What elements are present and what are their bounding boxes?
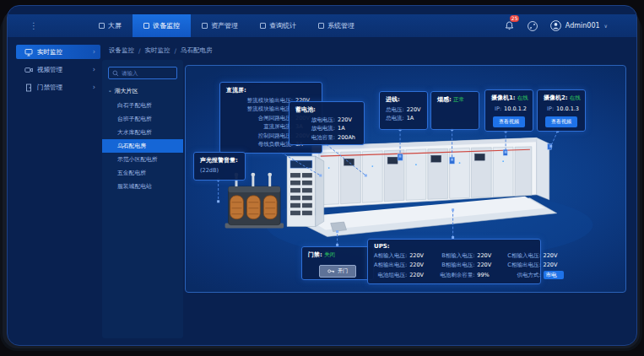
metric-label: 电池剩余容量: xyxy=(440,271,474,279)
metric-value: 220V xyxy=(409,261,430,269)
ups-callout: UPS: A相输入电压:220V B相输入电压:220V C相输入电压:220V… xyxy=(367,239,541,284)
camera1-callout: 摄像机1: 在线 IP:10.0.1.2 查看视频 xyxy=(484,89,533,132)
metric-label: C相输出电压: xyxy=(507,261,540,269)
drag-handle-icon[interactable]: ⋮ xyxy=(30,22,37,30)
callout-title: 直流屏: xyxy=(226,86,316,94)
asset-icon xyxy=(202,23,208,29)
metric-label: 合闸回路电压: xyxy=(226,114,293,122)
view-video-button[interactable]: 查看视频 xyxy=(493,116,525,127)
view-video-button[interactable]: 查看视频 xyxy=(545,116,577,127)
username: Admin001 xyxy=(566,22,600,30)
callout-title: 声光报警音量: xyxy=(200,156,239,165)
callout-title: 蓄电池: xyxy=(295,105,358,114)
status-value: 正常 xyxy=(453,95,474,106)
camera2-callout: 摄像机2: 在线 IP:10.0.1.3 查看视频 xyxy=(537,89,586,132)
monitor-icon xyxy=(24,48,33,57)
metric-label: 门禁: xyxy=(308,251,322,260)
chevron-right-icon: › xyxy=(93,48,95,56)
metric-value: 220V xyxy=(407,105,427,114)
ip-label: IP: xyxy=(544,105,554,113)
status-value: 关闭 xyxy=(324,251,344,262)
breadcrumb-item[interactable]: 实时监控 xyxy=(145,46,170,55)
fullscreen-button[interactable] xyxy=(527,19,539,32)
search-icon xyxy=(112,70,119,77)
collapse-icon: - xyxy=(109,88,111,94)
sidebar-item-label: 实时监控 xyxy=(37,48,62,57)
tree-item[interactable]: 白石子配电所 xyxy=(102,99,183,112)
metric-value: 200Ah xyxy=(338,133,358,142)
metric-value: 1A xyxy=(338,124,358,132)
metric-label: 总电压: xyxy=(386,105,404,114)
tab-label: 系统管理 xyxy=(327,21,354,30)
charging-cabinet xyxy=(287,156,324,226)
metric-value: 99% xyxy=(477,271,497,279)
callout-title: 进线: xyxy=(386,95,421,104)
device-monitor-icon xyxy=(143,23,149,29)
metric-label: 摄像机1: xyxy=(491,94,516,103)
switchgear-row xyxy=(319,147,532,205)
metric-value: 220V xyxy=(477,261,497,269)
power-mode-badge: 市电 xyxy=(544,271,564,279)
metric-label: 电池容量: xyxy=(295,133,335,142)
site-tree-panel: - 湖大片区 白石子配电所 台班子配电所 大水库配电所 乌石配电房 示范小区配电… xyxy=(102,60,183,338)
metric-label: B相输出电压: xyxy=(440,261,474,269)
status-value: 在线 xyxy=(517,94,538,105)
incoming-line-callout: 进线: 总电压:220V 总电流:1A xyxy=(379,91,428,130)
metric-label: 供电方式: xyxy=(507,271,540,279)
tab-asset-management[interactable]: 资产管理 xyxy=(191,14,249,37)
tree-item-selected[interactable]: 乌石配电房 xyxy=(102,139,183,153)
alarm-callout: 声光报警音量: (22dB) xyxy=(193,152,246,181)
door-access-callout: 门禁: 关闭 开门 xyxy=(301,246,374,280)
tree-item[interactable]: 服装城配电站 xyxy=(102,180,183,193)
tab-bigscreen[interactable]: 大屏 xyxy=(88,14,133,37)
avatar-icon xyxy=(550,20,561,31)
metric-value: 220V xyxy=(409,271,430,279)
metric-label: 控制回路电压: xyxy=(226,132,293,140)
metric-value: 220V xyxy=(544,251,564,260)
bigscreen-icon xyxy=(99,23,105,29)
tab-device-monitor[interactable]: 设备监控 xyxy=(133,14,191,37)
sidebar-item-label: 门禁管理 xyxy=(37,84,62,92)
door-icon xyxy=(24,84,33,92)
sidebar-item-realtime-monitor[interactable]: 实时监控 › xyxy=(16,45,100,59)
metric-label: A相输入电压: xyxy=(374,251,407,260)
metric-label: 总电流: xyxy=(386,114,404,122)
key-icon xyxy=(327,268,335,274)
metric-value: 1A xyxy=(407,114,427,122)
smoke-sensor-callout: 烟感: 正常 xyxy=(430,91,479,130)
tree-root-label: 湖大片区 xyxy=(115,87,138,95)
open-door-button[interactable]: 开门 xyxy=(319,265,356,278)
tab-label: 设备监控 xyxy=(153,21,180,30)
tab-query-statistics[interactable]: 查询统计 xyxy=(249,14,307,37)
metric-label: 摄像机2: xyxy=(544,94,568,103)
tab-label: 查询统计 xyxy=(269,21,296,30)
sidebar-item-access-management[interactable]: 门禁管理 › xyxy=(16,80,100,94)
metric-value: 220V xyxy=(544,261,564,269)
tree-root-node[interactable]: - 湖大片区 xyxy=(102,85,183,99)
breadcrumb-item-current[interactable]: 乌石配电房 xyxy=(181,46,213,55)
tree-item[interactable]: 示范小区配电所 xyxy=(102,153,183,166)
open-door-label: 开门 xyxy=(338,267,348,275)
user-menu[interactable]: Admin001 ∨ xyxy=(550,20,608,31)
chevron-down-icon: ∨ xyxy=(604,23,608,29)
alarm-value: (22dB) xyxy=(200,166,236,175)
metric-label: 电池组电压: xyxy=(374,271,407,279)
tree-item[interactable]: 大水库配电所 xyxy=(102,126,183,139)
chevron-right-icon: › xyxy=(93,66,95,73)
tab-label: 资产管理 xyxy=(211,21,238,30)
tree-item[interactable]: 台班子配电所 xyxy=(102,112,183,126)
sidebar-item-video-management[interactable]: 视频管理 › xyxy=(16,62,100,77)
notifications-button[interactable]: 25 xyxy=(503,19,516,32)
callout-title: UPS: xyxy=(374,243,534,250)
battery-callout: 蓄电池: 放电电压:220V 放电电流:1A 电池容量:200Ah xyxy=(289,101,365,145)
bell-icon xyxy=(505,21,514,30)
ip-value: 10.0.1.2 xyxy=(504,105,527,113)
sidebar-item-label: 视频管理 xyxy=(37,66,62,74)
metric-label: 烟感: xyxy=(437,95,452,105)
tree-item[interactable]: 五金配电所 xyxy=(102,166,183,180)
search-input[interactable] xyxy=(122,70,173,77)
tab-system-management[interactable]: 系统管理 xyxy=(307,14,365,37)
breadcrumb-item[interactable]: 设备监控 xyxy=(109,46,134,55)
sidebar: 实时监控 › 视频管理 › 门禁管理 › xyxy=(16,45,100,98)
ip-value: 10.0.1.3 xyxy=(556,105,579,113)
